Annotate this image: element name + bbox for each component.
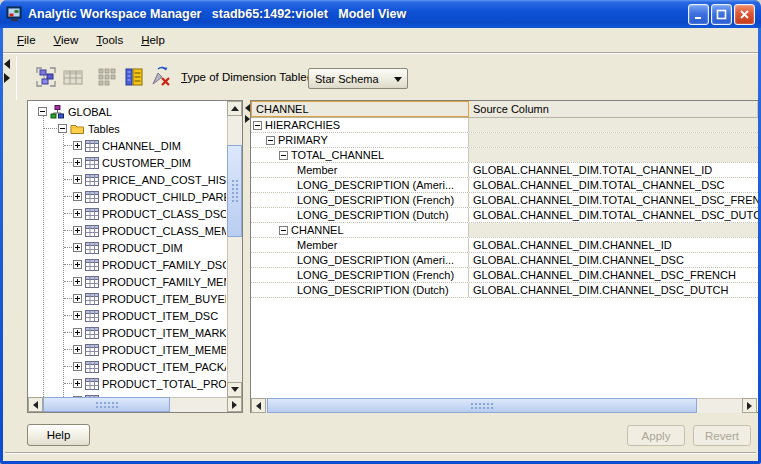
collapse-minus-icon[interactable] (266, 136, 275, 145)
menu-view[interactable]: View (49, 32, 84, 48)
collapse-minus-icon[interactable] (58, 124, 67, 133)
expand-plus-icon[interactable] (73, 226, 82, 235)
tree-connector (64, 298, 72, 299)
expand-plus-icon[interactable] (73, 345, 82, 354)
panel-collapse-handle[interactable] (4, 57, 12, 103)
mapping-row-label: HIERARCHIES (265, 119, 340, 131)
collapse-minus-icon[interactable] (279, 226, 288, 235)
tree-node-global[interactable]: GLOBAL (28, 103, 226, 120)
tree-node-label: GLOBAL (68, 106, 112, 118)
tree-node-table[interactable]: PRICE_AND_COST_HIST_FA (28, 171, 226, 188)
tree-node-table[interactable]: PRODUCT_CLASS_DSC (28, 205, 226, 222)
model-diagram-icon[interactable] (33, 64, 59, 90)
grid-hscrollbar-thumb[interactable] (267, 398, 697, 413)
tree-vscrollbar-thumb[interactable] (227, 145, 242, 237)
expand-plus-icon[interactable] (73, 362, 82, 371)
tree-node-tables[interactable]: Tables (28, 120, 226, 137)
tree-node-table[interactable]: CUSTOMER_DIM (28, 154, 226, 171)
schema-icon (50, 105, 65, 119)
tree-scroll-left-button[interactable] (28, 397, 43, 412)
expand-plus-icon[interactable] (73, 209, 82, 218)
tree-hscrollbar-thumb[interactable] (43, 397, 170, 412)
collapse-right-icon[interactable] (4, 73, 10, 83)
dimension-type-dropdown[interactable]: Star Schema (308, 68, 408, 89)
tree-node-table[interactable]: PRODUCT_DIM (28, 239, 226, 256)
apply-button[interactable]: Apply (627, 425, 685, 446)
table-icon (85, 361, 99, 373)
table-icon (85, 276, 99, 288)
mapping-row[interactable]: LONG_DESCRIPTION (Dutch)GLOBAL.CHANNEL_D… (251, 283, 758, 298)
revert-button[interactable]: Revert (693, 425, 751, 446)
tree-node-label: CHANNEL_DIM (102, 140, 181, 152)
mapping-row[interactable]: CHANNEL (251, 223, 758, 238)
mapping-row[interactable]: HIERARCHIES (251, 118, 758, 133)
expand-plus-icon[interactable] (73, 328, 82, 337)
collapse-minus-icon[interactable] (38, 107, 47, 116)
tree-node-table[interactable]: PRODUCT_TOTAL_PRODU (28, 375, 226, 392)
expand-plus-icon[interactable] (73, 311, 82, 320)
member-grid-icon[interactable] (94, 64, 120, 90)
expand-plus-icon[interactable] (73, 277, 82, 286)
mapping-row-label: LONG_DESCRIPTION (Dutch) (297, 209, 449, 221)
tree-node-label: PRODUCT_CHILD_PARENT (102, 191, 226, 203)
expand-plus-icon[interactable] (73, 379, 82, 388)
tree-node-label: PRODUCT_ITEM_PACKAGE (102, 361, 226, 373)
tree-node-table[interactable]: PRODUCT_ITEM_DSC (28, 307, 226, 324)
tree-node-table[interactable]: CHANNEL_DIM (28, 137, 226, 154)
expand-plus-icon[interactable] (73, 260, 82, 269)
collapse-minus-icon[interactable] (279, 151, 288, 160)
remove-mapping-icon[interactable] (148, 64, 174, 90)
mapping-row[interactable]: PRIMARY (251, 133, 758, 148)
expand-plus-icon[interactable] (73, 141, 82, 150)
grid-scroll-right-button[interactable] (742, 398, 757, 413)
mapping-row[interactable]: LONG_DESCRIPTION (French)GLOBAL.CHANNEL_… (251, 193, 758, 208)
menu-file[interactable]: File (12, 32, 41, 48)
mapping-row-label-cell: CHANNEL (251, 223, 469, 237)
tree-node-table[interactable]: PRODUCT_CHILD_PARENT (28, 188, 226, 205)
menu-help[interactable]: Help (136, 32, 170, 48)
tree-scroll-down-button[interactable] (227, 382, 242, 397)
tree-scroll-right-button[interactable] (227, 397, 242, 412)
mapping-row[interactable]: LONG_DESCRIPTION (French)GLOBAL.CHANNEL_… (251, 268, 758, 283)
folder-icon (70, 123, 85, 135)
mapping-row[interactable]: TOTAL_CHANNEL (251, 148, 758, 163)
mapping-row-label-cell: LONG_DESCRIPTION (French) (251, 193, 469, 207)
help-button[interactable]: Help (27, 424, 90, 446)
data-table-icon[interactable] (60, 64, 86, 90)
menu-separator (3, 52, 758, 54)
tree-node-table[interactable]: PRODUCT_FAMILY_MEMBE (28, 273, 226, 290)
mapping-row[interactable]: LONG_DESCRIPTION (Ameri...GLOBAL.CHANNEL… (251, 253, 758, 268)
expand-plus-icon[interactable] (73, 175, 82, 184)
tree-node-table[interactable]: PRODUCT_FAMILY_DSC (28, 256, 226, 273)
tree-node-table[interactable]: PRODUCT_CLASS_MEMBER (28, 222, 226, 239)
minimize-button[interactable] (688, 4, 709, 25)
tree-node-table[interactable]: PRODUCT_ITEM_BUYER (28, 290, 226, 307)
tree-connector (64, 213, 72, 214)
tree-node-table[interactable]: PRODUCT_ITEM_MARKETIN (28, 324, 226, 341)
mapping-list-icon[interactable] (121, 64, 147, 90)
expand-plus-icon[interactable] (73, 243, 82, 252)
tree-node-table[interactable]: PRODUCT_ITEM_MEMBER (28, 341, 226, 358)
chevron-down-icon (394, 77, 402, 82)
tree-scroll-up-button[interactable] (227, 101, 242, 116)
collapse-left-icon[interactable] (4, 59, 10, 69)
mapping-table-header: CHANNEL Source Column (251, 101, 758, 118)
expand-plus-icon[interactable] (73, 294, 82, 303)
mapping-row[interactable]: LONG_DESCRIPTION (Dutch)GLOBAL.CHANNEL_D… (251, 208, 758, 223)
collapse-minus-icon[interactable] (253, 121, 262, 130)
mapping-row[interactable]: MemberGLOBAL.CHANNEL_DIM.CHANNEL_ID (251, 238, 758, 253)
menu-tools[interactable]: Tools (91, 32, 128, 48)
tree-node-table[interactable]: PRODUCT_ITEM_PACKAGE (28, 358, 226, 375)
mapping-row-label-cell: TOTAL_CHANNEL (251, 148, 469, 162)
close-button[interactable] (734, 4, 755, 25)
app-icon (6, 6, 23, 22)
mapping-row[interactable]: LONG_DESCRIPTION (Ameri...GLOBAL.CHANNEL… (251, 178, 758, 193)
table-icon (85, 327, 99, 339)
mapping-row-label-cell: Member (251, 163, 469, 177)
mapping-row[interactable]: MemberGLOBAL.CHANNEL_DIM.TOTAL_CHANNEL_I… (251, 163, 758, 178)
expand-plus-icon[interactable] (73, 158, 82, 167)
grid-scroll-left-button[interactable] (251, 398, 266, 413)
mapping-row-label: LONG_DESCRIPTION (French) (297, 269, 454, 281)
maximize-button[interactable] (711, 4, 732, 25)
expand-plus-icon[interactable] (73, 192, 82, 201)
